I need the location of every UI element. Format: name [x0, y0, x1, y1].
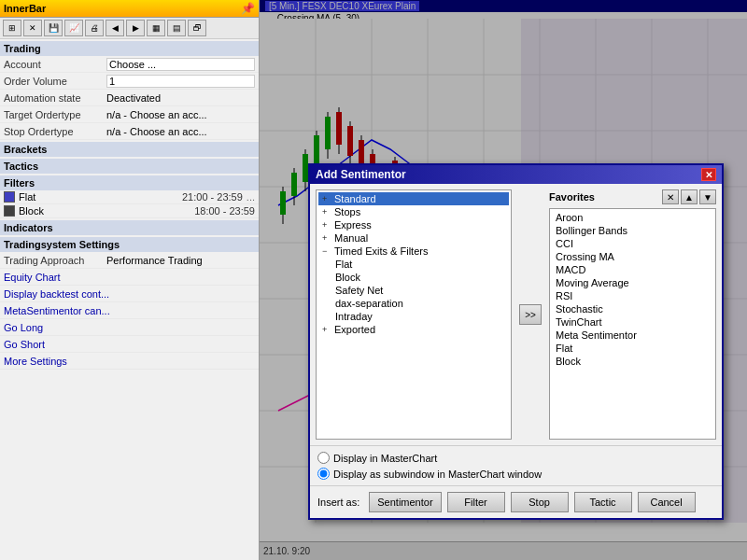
fav-item[interactable]: MACD — [552, 263, 713, 276]
favorites-header: Favorites ✕ ▲ ▼ — [549, 189, 716, 204]
toolbar-print-btn[interactable]: 🖨 — [85, 20, 104, 36]
tactic-button[interactable]: Tactic — [574, 492, 632, 512]
expand-icon-express: + — [322, 220, 331, 230]
tree-label-safety-net: Safety Net — [335, 285, 383, 296]
tree-item-dax-separation[interactable]: dax-separation — [318, 297, 509, 310]
section-filters: Filters — [0, 175, 259, 190]
section-tradingsystem: Tradingsystem Settings — [0, 237, 259, 252]
expand-icon-manual: + — [322, 233, 331, 243]
tree-label-exported: Exported — [334, 324, 375, 335]
link-more-settings[interactable]: More Settings — [0, 353, 259, 370]
display-subwindow-radio[interactable] — [317, 468, 330, 480]
tree-item-safety-net[interactable]: Safety Net — [318, 284, 509, 297]
tree-item-stops[interactable]: + Stops — [318, 205, 509, 218]
expand-icon-exported: + — [322, 325, 331, 334]
link-go-short[interactable]: Go Short — [0, 336, 259, 353]
section-trading: Trading — [0, 41, 259, 56]
dialog-body: + Standard + Stops + Express + Manual − … — [310, 184, 722, 445]
sentimentor-button[interactable]: Sentimentor — [369, 492, 441, 512]
favorites-panel: Favorites ✕ ▲ ▼ Aroon Bollinger Bands CC… — [549, 189, 716, 440]
tree-item-timed-exits[interactable]: − Timed Exits & Filters — [318, 245, 509, 258]
display-subwindow-label[interactable]: Display as subwindow in MasterChart wind… — [333, 469, 542, 480]
prop-automation: Automation state Deactivated — [0, 90, 259, 106]
tree-item-manual[interactable]: + Manual — [318, 231, 509, 245]
fav-item[interactable]: Moving Average — [552, 276, 713, 289]
radio-row-subwindow: Display as subwindow in MasterChart wind… — [317, 466, 714, 482]
favorites-list[interactable]: Aroon Bollinger Bands CCI Crossing MA MA… — [549, 208, 716, 440]
panel-title: InnerBar — [4, 3, 46, 14]
tree-item-exported[interactable]: + Exported — [318, 323, 509, 336]
link-go-long[interactable]: Go Long — [0, 319, 259, 336]
toolbar-close-btn[interactable]: ✕ — [23, 20, 42, 36]
link-metasentimentor[interactable]: MetaSentimentor can... — [0, 302, 259, 319]
sentimentor-tree[interactable]: + Standard + Stops + Express + Manual − … — [316, 189, 512, 440]
toolbar-tbl-btn[interactable]: ▦ — [147, 20, 165, 36]
insert-as-label: Insert as: — [317, 497, 359, 508]
tree-item-express[interactable]: + Express — [318, 218, 509, 231]
add-sentimentor-dialog: Add Sentimentor ✕ + Standard + Stops + E… — [308, 163, 724, 520]
prop-account: Account Choose ... — [0, 56, 259, 73]
cancel-button[interactable]: Cancel — [638, 492, 696, 512]
fav-item[interactable]: RSI — [552, 289, 713, 302]
dialog-titlebar: Add Sentimentor ✕ — [310, 165, 722, 184]
fav-item[interactable]: Block — [552, 355, 713, 368]
fav-item[interactable]: Bollinger Bands — [552, 224, 713, 237]
display-masterchart-label[interactable]: Display in MasterChart — [333, 453, 437, 464]
tree-item-flat[interactable]: Flat — [318, 258, 509, 271]
dialog-close-button[interactable]: ✕ — [701, 168, 716, 181]
prop-trading-approach: Trading Approach Performance Trading — [0, 252, 259, 269]
display-masterchart-radio[interactable] — [317, 452, 330, 464]
tree-label-express: Express — [334, 219, 372, 231]
arrow-container: >> — [517, 189, 543, 440]
filter-row-flat[interactable]: Flat 21:00 - 23:59 ... — [0, 190, 259, 204]
radio-row-masterchart: Display in MasterChart — [317, 450, 714, 466]
tree-label-intraday: Intraday — [335, 311, 373, 322]
toolbar-window-btn[interactable]: 🗗 — [188, 20, 206, 36]
expand-icon-stops: + — [322, 207, 331, 217]
favorites-title: Favorites — [549, 191, 595, 203]
prop-stop-ordertype: Stop Ordertype n/a - Choose an acc... — [0, 123, 259, 140]
fav-item[interactable]: Flat — [552, 342, 713, 355]
dialog-footer: Insert as: Sentimentor Filter Stop Tacti… — [310, 485, 722, 518]
add-to-favorites-button[interactable]: >> — [519, 304, 542, 325]
filter-button[interactable]: Filter — [447, 492, 505, 512]
fav-item[interactable]: Meta Sentimentor — [552, 329, 713, 342]
dialog-title: Add Sentimentor — [316, 168, 406, 181]
fav-delete-button[interactable]: ✕ — [662, 189, 679, 204]
toolbar-chart-btn[interactable]: 📈 — [64, 20, 83, 36]
tree-item-block[interactable]: Block — [318, 271, 509, 284]
section-indicators: Indicators — [0, 220, 259, 235]
fav-down-button[interactable]: ▼ — [699, 189, 716, 204]
link-equity-chart[interactable]: Equity Chart — [0, 269, 259, 286]
tree-item-standard[interactable]: + Standard — [318, 192, 509, 205]
fav-item[interactable]: TwinChart — [552, 315, 713, 329]
fav-item[interactable]: Stochastic — [552, 302, 713, 315]
panel-pin-icon: 📌 — [241, 2, 255, 15]
toolbar-save-btn[interactable]: 💾 — [44, 20, 63, 36]
fav-item[interactable]: CCI — [552, 237, 713, 250]
tree-label-standard: Standard — [334, 193, 376, 204]
toolbar: ⊞ ✕ 💾 📈 🖨 ◀ ▶ ▦ ▤ 🗗 — [0, 18, 259, 39]
favorites-controls: ✕ ▲ ▼ — [662, 189, 716, 204]
tree-label-flat: Flat — [335, 259, 352, 270]
fav-item[interactable]: Aroon — [552, 211, 713, 224]
tree-label-timed-exits: Timed Exits & Filters — [334, 245, 428, 257]
toolbar-tbl2-btn[interactable]: ▤ — [167, 20, 186, 36]
panel-header: InnerBar 📌 — [0, 0, 259, 18]
filter-color-block — [4, 205, 15, 217]
toolbar-back-btn[interactable]: ◀ — [106, 20, 124, 36]
link-backtest[interactable]: Display backtest cont... — [0, 286, 259, 302]
fav-up-button[interactable]: ▲ — [681, 189, 698, 204]
fav-item[interactable]: Crossing MA — [552, 250, 713, 263]
tree-item-intraday[interactable]: Intraday — [318, 310, 509, 323]
stop-button[interactable]: Stop — [511, 492, 569, 512]
toolbar-fwd-btn[interactable]: ▶ — [126, 20, 145, 36]
toolbar-grid-btn[interactable]: ⊞ — [3, 20, 21, 36]
section-tactics: Tactics — [0, 159, 259, 174]
tree-label-manual: Manual — [334, 232, 368, 244]
filter-row-block[interactable]: Block 18:00 - 23:59 — [0, 204, 259, 218]
filter-color-flat — [4, 191, 15, 203]
prop-order-volume: Order Volume 1 — [0, 73, 259, 90]
section-brackets: Brackets — [0, 142, 259, 157]
tree-label-dax-separation: dax-separation — [335, 298, 403, 309]
